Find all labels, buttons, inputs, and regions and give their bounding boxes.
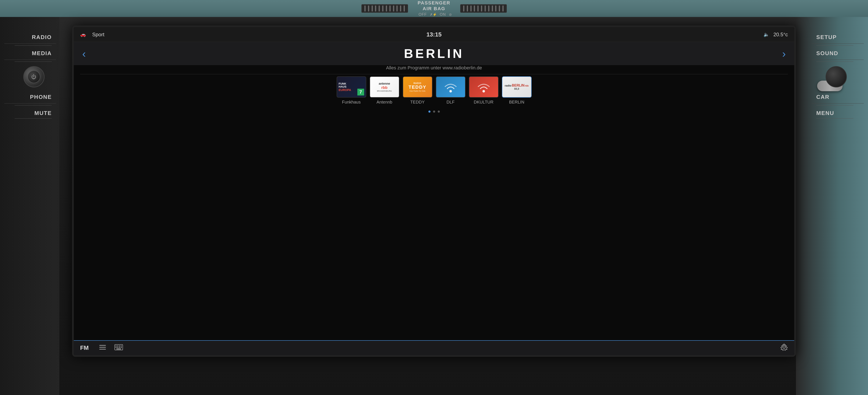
svg-rect-14 — [116, 348, 121, 349]
station-logo-berlin: radio BERLIN rbb 88,8 — [502, 76, 532, 97]
svg-rect-12 — [119, 347, 120, 348]
svg-rect-8 — [119, 345, 120, 346]
station-logo-funkhaus: FUNK HAUS EUROPA 7 — [337, 76, 366, 97]
station-card-dlf[interactable]: DLF — [436, 76, 465, 105]
car-icon: 🚗 — [80, 32, 86, 37]
airbag-on-status: ON — [440, 12, 446, 17]
phone-button[interactable]: PHONE — [4, 94, 56, 104]
svg-rect-6 — [116, 345, 117, 346]
current-time: 13:15 — [427, 31, 442, 38]
station-label-dkultur: DKULTUR — [474, 100, 493, 105]
airbag-label: PASSENGER AIR BAG — [416, 0, 452, 11]
sound-button[interactable]: SOUND — [812, 50, 864, 60]
infotainment-screen: 🚗 Sport 13:15 🔈 20.5°c ‹ BERLIN › Alles … — [72, 25, 796, 357]
station-card-teddy[interactable]: RADIO TEDDY Das Radio für Kids TEDDY — [403, 76, 432, 105]
station-logo-dkultur — [469, 76, 499, 97]
drive-mode: Sport — [92, 32, 104, 37]
station-card-dkultur[interactable]: DKULTUR — [469, 76, 499, 105]
svg-rect-11 — [117, 347, 118, 348]
car-button[interactable]: CAR — [812, 94, 864, 104]
svg-rect-13 — [121, 347, 122, 348]
status-bar: 🚗 Sport 13:15 🔈 20.5°c — [74, 27, 794, 42]
next-station-button[interactable]: › — [782, 48, 786, 60]
left-vent-grille — [362, 4, 408, 13]
svg-point-1 — [483, 90, 485, 92]
station-label-dlf: DLF — [446, 100, 455, 105]
svg-point-15 — [783, 346, 785, 348]
station-card-antennb[interactable]: antenne rbb BRANDENBURG Antennb — [370, 76, 399, 105]
station-logo-teddy: RADIO TEDDY Das Radio für Kids — [403, 76, 432, 97]
radio-button[interactable]: RADIO — [4, 34, 56, 44]
pagination-dots — [74, 109, 794, 114]
station-header: ‹ BERLIN › — [74, 42, 794, 65]
mute-button[interactable]: MUTE — [4, 110, 56, 116]
station-label-berlin: BERLIN — [509, 100, 524, 105]
station-grid: FUNK HAUS EUROPA 7 Funkhaus antenne — [74, 74, 794, 109]
spacer — [74, 114, 794, 340]
pagination-dot-2 — [433, 111, 435, 113]
svg-rect-7 — [117, 345, 118, 346]
volume-icon: 🔈 — [764, 32, 769, 37]
setup-button[interactable]: SETUP — [812, 34, 864, 44]
station-label-antennb: Antennb — [376, 100, 392, 105]
temperature-display: 20.5°c — [773, 32, 788, 37]
menu-button[interactable]: MENU — [812, 110, 864, 116]
keyboard-icon — [115, 344, 123, 350]
dkultur-wave-icon — [475, 81, 492, 93]
power-knob[interactable]: ⏻ — [23, 66, 44, 87]
station-label-funkhaus: Funkhaus — [342, 100, 361, 105]
station-card-funkhaus[interactable]: FUNK HAUS EUROPA 7 Funkhaus — [337, 76, 366, 105]
pagination-dot-3 — [438, 111, 440, 113]
top-vent-area: PASSENGER AIR BAG OFF ✗⚡ ON ⊘ — [0, 0, 868, 17]
right-controls-panel: SETUP SOUND CAR MENU — [809, 34, 864, 116]
car-interior: PASSENGER AIR BAG OFF ✗⚡ ON ⊘ RADIO — [0, 0, 868, 395]
airbag-off-status: OFF — [418, 12, 427, 17]
right-vent-grille — [460, 4, 507, 13]
keyboard-button[interactable] — [115, 344, 123, 352]
prev-station-button[interactable]: ‹ — [82, 48, 86, 60]
band-label: FM — [80, 344, 89, 351]
volume-knob[interactable] — [826, 66, 847, 87]
media-button[interactable]: MEDIA — [4, 50, 56, 60]
dlf-wave-icon — [442, 81, 459, 93]
status-bar-right: 🔈 20.5°c — [764, 32, 788, 37]
screen-content: 🚗 Sport 13:15 🔈 20.5°c ‹ BERLIN › Alles … — [74, 27, 794, 355]
station-card-berlin[interactable]: radio BERLIN rbb 88,8 BERLIN — [502, 76, 532, 105]
station-logo-antennb: antenne rbb BRANDENBURG — [370, 76, 399, 97]
settings-icon — [780, 343, 788, 351]
station-info-text: Alles zum Programm unter www.radioberlin… — [74, 65, 794, 74]
pagination-dot-1 — [428, 111, 431, 113]
svg-rect-10 — [116, 347, 117, 348]
station-logo-dlf — [436, 76, 465, 97]
list-view-button[interactable] — [99, 344, 106, 351]
power-icon: ⏻ — [31, 74, 36, 80]
station-label-teddy: TEDDY — [410, 100, 425, 105]
current-station-name: BERLIN — [404, 46, 464, 61]
svg-rect-9 — [121, 345, 122, 346]
svg-point-0 — [450, 90, 452, 92]
bottom-bar: FM — [74, 340, 794, 355]
settings-button[interactable] — [780, 343, 788, 352]
left-controls-panel: RADIO MEDIA ⏻ PHONE MUTE — [4, 34, 59, 116]
list-icon — [99, 344, 106, 350]
